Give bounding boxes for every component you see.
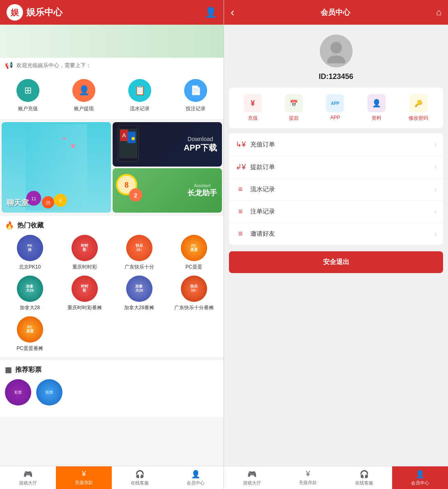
right-recharge-nav-icon: ¥ (306, 470, 310, 478)
games-grid: PK拾 北京PK10 时时彩 重庆时时彩 快乐10♪ 广东快乐十分 (5, 235, 219, 352)
recharge-circle: ¥ (244, 94, 262, 112)
left-bottom-nav: 🎮 游戏大厅 ¥ 充值存款 🎧 在线客服 👤 会员中心 (0, 466, 224, 489)
flow-label: 流水记录 (130, 105, 150, 112)
svg-text:A: A (122, 132, 126, 139)
game-guangdong[interactable]: 快乐10♪ 广东快乐十分 (114, 235, 164, 271)
menu-bet-record[interactable]: ≡ 注单记录 › (229, 201, 443, 223)
menu-withdraw-order[interactable]: ↲¥ 提款订单 › (229, 156, 443, 178)
quick-actions: ⊞ 账户充值 👤 账户提现 📋 流水记录 📄 投注记录 (0, 72, 224, 119)
game-canada28[interactable]: 加拿大28 加拿大28 (5, 276, 55, 311)
guangdong-label: 广东快乐十分 (125, 264, 154, 271)
arrow-icon-2: › (434, 186, 436, 193)
fire-icon: 🔥 (5, 221, 14, 230)
cq-fantan-label: 重庆时时彩番摊 (67, 304, 102, 311)
right-nav-game-hall[interactable]: 🎮 游戏大厅 (224, 466, 280, 489)
nav-service-label: 在线客服 (131, 480, 149, 486)
action-password[interactable]: 🔑 修改密码 (409, 94, 428, 122)
canada28-label: 加拿大28 (20, 304, 40, 311)
action-profile[interactable]: 👤 资料 (367, 94, 386, 122)
nav-game-hall[interactable]: 🎮 游戏大厅 (0, 466, 56, 489)
nav-recharge-label: 充值存款 (75, 480, 93, 486)
invite-icon: ≡ (236, 229, 245, 238)
nav-service[interactable]: 🎧 在线客服 (112, 466, 168, 489)
menu-list: ↳¥ 充值订单 › ↲¥ 提款订单 › ≡ 流水记录 › ≡ 注单记录 › ≡ (229, 133, 443, 245)
assistant-sub: Assistant (187, 183, 217, 188)
withdraw-label: 账户提现 (74, 105, 94, 112)
right-member-nav-icon: 👤 (416, 470, 425, 479)
menu-invite[interactable]: ≡ 邀请好友 › (229, 223, 443, 245)
svg-text:11: 11 (31, 196, 36, 201)
gd-fantan-icon: 快乐10♪ (181, 276, 207, 302)
logo-icon: 娱 (7, 4, 23, 21)
menu-flow-record[interactable]: ≡ 流水记录 › (229, 178, 443, 201)
game-canada28-fantan[interactable]: 加拿大28 加拿大28番摊 (114, 276, 164, 311)
guangdong-icon: 快乐10♪ (126, 235, 152, 261)
right-nav-member[interactable]: 👤 会员中心 (392, 466, 448, 489)
profile-action-label: 资料 (372, 115, 381, 122)
game-pcegg[interactable]: PC蛋蛋 PC蛋蛋 (169, 235, 219, 271)
chongqing-label: 重庆时时彩 (72, 264, 97, 271)
menu-recharge-order[interactable]: ↳¥ 充值订单 › (229, 133, 443, 156)
withdraw-circle: 📅 (285, 94, 303, 112)
flow-record-text: 流水记录 (250, 185, 275, 193)
app-action-label: APP (330, 115, 340, 121)
canada28-icon: 加拿大28 (17, 276, 43, 302)
chatroom-label: 聊天室 (7, 198, 29, 208)
canada28-fantan-label: 加拿大28番摊 (124, 304, 154, 311)
recommend-header: ▦ 推荐彩票 (5, 365, 219, 374)
member-nav-icon: 👤 (191, 470, 200, 479)
right-nav-service[interactable]: 🎧 在线客服 (336, 466, 392, 489)
header-user-icon[interactable]: 👤 (205, 7, 217, 18)
left-header: 娱 娱乐中心 👤 (0, 0, 224, 25)
assistant-text: Assistant 长龙助手 (187, 183, 217, 198)
pcegg-icon: PC蛋蛋 (181, 235, 207, 261)
action-icons-row: ¥ 充值 📅 提款 APP APP 👤 资料 🔑 修改密码 (229, 88, 443, 128)
game-gd-fantan[interactable]: 快乐10♪ 广东快乐十分番摊 (169, 276, 219, 311)
recharge-label: 账户充值 (18, 105, 38, 112)
pcegg-label: PC蛋蛋 (185, 264, 202, 271)
game-chongqing[interactable]: 时时彩 重庆时时彩 (60, 235, 109, 271)
withdraw-order-icon: ↲¥ (236, 162, 245, 171)
action-bet[interactable]: 📄 投注记录 (184, 79, 207, 112)
game-hall-icon: 🎮 (23, 470, 32, 479)
speaker-icon: 📢 (5, 61, 13, 69)
svg-rect-14 (127, 132, 136, 143)
chatroom-banner[interactable]: ♥ ♥ 11 25 8 聊天室 (2, 122, 111, 213)
svg-text:8: 8 (59, 199, 62, 203)
right-nav-recharge-label: 充值存款 (299, 480, 317, 486)
nav-recharge[interactable]: ¥ 充值存款 (56, 466, 112, 489)
action-withdraw[interactable]: 👤 账户提现 (72, 79, 95, 112)
nav-member[interactable]: 👤 会员中心 (168, 466, 224, 489)
user-id: ID:123456 (319, 72, 353, 81)
recommend-game-1[interactable]: 彩票 (5, 379, 31, 406)
back-button[interactable]: ‹ (231, 6, 234, 19)
game-pk10[interactable]: PK拾 北京PK10 (5, 235, 55, 271)
action-app[interactable]: APP APP (326, 94, 344, 122)
top-banner (0, 25, 224, 58)
bet-label: 投注记录 (186, 105, 206, 112)
recharge-order-text: 充值订单 (250, 141, 275, 148)
logout-button[interactable]: 安全退出 (229, 251, 443, 273)
svg-text:25: 25 (46, 201, 51, 205)
assistant-banner[interactable]: 8 2 Assistant 长龙助手 (113, 168, 222, 213)
notice-bar: 📢 欢迎光临娱乐中心，需要上下： (0, 58, 224, 72)
recommend-game-2[interactable]: 彩票 (36, 379, 62, 406)
grid-icon: ▦ (5, 365, 12, 374)
game-cq-fantan[interactable]: 时时彩 重庆时时彩番摊 (60, 276, 109, 311)
app-download-banner[interactable]: A Download APP下载 (113, 122, 222, 167)
svg-rect-0 (0, 25, 224, 58)
recommend-section: ▦ 推荐彩票 彩票 彩票 (0, 360, 224, 417)
game-pcegg-fantan[interactable]: PC蛋蛋 PC蛋蛋番摊 (5, 316, 55, 352)
action-recharge-right[interactable]: ¥ 充值 (244, 94, 262, 122)
right-header: ‹ 会员中心 ⌂ (224, 0, 448, 25)
app-download-sub: Download (184, 136, 217, 142)
withdraw-icon: 👤 (72, 79, 95, 102)
action-withdraw-right[interactable]: 📅 提款 (285, 94, 303, 122)
home-button[interactable]: ⌂ (436, 7, 441, 18)
bet-icon: 📄 (184, 79, 207, 102)
right-nav-recharge[interactable]: ¥ 充值存款 (280, 466, 336, 489)
action-flow[interactable]: 📋 流水记录 (128, 79, 151, 112)
right-spacer (224, 273, 448, 466)
action-recharge[interactable]: ⊞ 账户充值 (16, 79, 39, 112)
svg-text:2: 2 (134, 192, 137, 199)
